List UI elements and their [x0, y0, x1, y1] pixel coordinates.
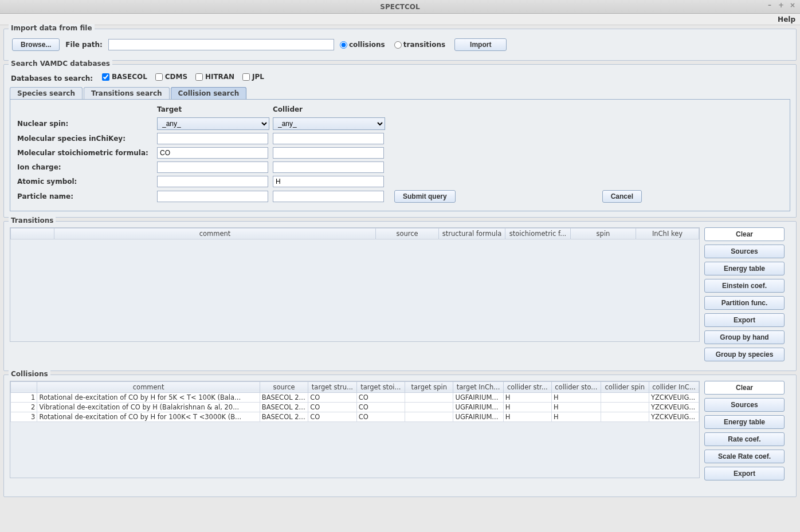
label-particle-name: Particle name:: [17, 192, 155, 200]
table-row[interactable]: 1Rotational de-excitation of CO by H for…: [11, 392, 699, 402]
target-nuclear-spin-select[interactable]: _any_: [157, 117, 269, 130]
transitions-groupbyhand-button[interactable]: Group by hand: [704, 330, 785, 344]
table-row[interactable]: 2Vibrational de-excitation of CO by H (B…: [11, 402, 699, 412]
target-particle-input[interactable]: [157, 191, 268, 202]
import-button[interactable]: Import: [454, 38, 507, 51]
label-nuclear-spin: Nuclear spin:: [17, 120, 155, 128]
transitions-export-button[interactable]: Export: [704, 313, 785, 327]
label-inchikey: Molecular species inChiKey:: [17, 135, 155, 143]
group-collisions: Collisions comment source target stru...…: [3, 375, 797, 497]
collider-particle-input[interactable]: [273, 191, 384, 202]
transitions-einstein-button[interactable]: Einstein coef.: [704, 279, 785, 293]
transitions-energytable-button[interactable]: Energy table: [704, 262, 785, 275]
col-target-header: Target: [157, 105, 270, 115]
collider-ioncharge-input[interactable]: [273, 161, 384, 173]
browse-button[interactable]: Browse...: [12, 38, 60, 51]
menubar: Help: [0, 14, 800, 25]
table-row[interactable]: 3Rotational de-excitation of CO by H for…: [11, 412, 699, 421]
collider-formula-input[interactable]: [273, 147, 384, 159]
tab-collision-search[interactable]: Collision search: [171, 87, 247, 99]
checkbox-cdms[interactable]: CDMS: [155, 73, 187, 81]
transitions-groupbyspecies-button[interactable]: Group by species: [704, 348, 785, 361]
label-atomic-symbol: Atomic symbol:: [17, 178, 155, 186]
transitions-buttons: Clear Sources Energy table Einstein coef…: [704, 227, 790, 365]
transitions-partition-button[interactable]: Partition func.: [704, 296, 785, 310]
checkbox-basecol[interactable]: BASECOL: [102, 73, 147, 81]
databases-label: Databases to search:: [11, 74, 93, 82]
group-search: Search VAMDC databases Databases to sear…: [3, 64, 797, 218]
collisions-export-button[interactable]: Export: [704, 467, 785, 480]
collisions-clear-button[interactable]: Clear: [704, 381, 785, 395]
legend-search: Search VAMDC databases: [9, 60, 112, 68]
legend-import: Import data from file: [9, 24, 95, 32]
label-formula: Molecular stoichiometric formula:: [17, 149, 155, 157]
checkbox-hitran[interactable]: HITRAN: [195, 73, 234, 81]
collisions-energytable-button[interactable]: Energy table: [704, 415, 785, 429]
close-icon[interactable]: ×: [789, 1, 797, 9]
label-ion-charge: Ion charge:: [17, 163, 155, 171]
radio-transitions[interactable]: transitions: [394, 41, 445, 49]
filepath-label: File path:: [65, 41, 103, 49]
checkbox-jpl[interactable]: JPL: [242, 73, 264, 81]
collisions-table[interactable]: comment source target stru... target sto…: [10, 381, 700, 478]
group-transitions: Transitions comment source structural fo…: [3, 221, 797, 371]
collider-nuclear-spin-select[interactable]: _any_: [273, 117, 385, 130]
legend-transitions: Transitions: [9, 216, 56, 224]
collider-inchikey-input[interactable]: [273, 133, 384, 144]
window-title: SPECTCOL: [380, 3, 419, 11]
group-import: Import data from file Browse... File pat…: [3, 29, 797, 61]
col-collider-header: Collider: [273, 105, 386, 115]
titlebar: SPECTCOL – + ×: [0, 0, 800, 14]
cancel-button[interactable]: Cancel: [602, 190, 642, 203]
collisions-sources-button[interactable]: Sources: [704, 398, 785, 412]
target-inchikey-input[interactable]: [157, 133, 268, 144]
minimize-icon[interactable]: –: [766, 1, 774, 9]
submit-query-button[interactable]: Submit query: [394, 190, 456, 203]
collisions-ratecoef-button[interactable]: Rate coef.: [704, 432, 785, 446]
filepath-input[interactable]: [108, 39, 334, 50]
transitions-table[interactable]: comment source structural formula stoich…: [10, 227, 700, 342]
collider-atomic-input[interactable]: [273, 176, 384, 187]
tabpanel-collision: Target Collider Nuclear spin: _any_ _any…: [10, 99, 790, 211]
transitions-clear-button[interactable]: Clear: [704, 227, 785, 241]
radio-collisions[interactable]: collisions: [340, 41, 385, 49]
collisions-buttons: Clear Sources Energy table Rate coef. Sc…: [704, 381, 790, 484]
target-ioncharge-input[interactable]: [157, 161, 268, 173]
legend-collisions: Collisions: [9, 370, 50, 378]
tab-species-search[interactable]: Species search: [10, 87, 83, 99]
menu-help[interactable]: Help: [778, 15, 795, 23]
target-formula-input[interactable]: [157, 147, 268, 159]
target-atomic-input[interactable]: [157, 176, 268, 187]
collisions-scalerate-button[interactable]: Scale Rate coef.: [704, 450, 785, 463]
maximize-icon[interactable]: +: [777, 1, 785, 9]
tab-transitions-search[interactable]: Transitions search: [84, 87, 170, 99]
transitions-sources-button[interactable]: Sources: [704, 245, 785, 258]
